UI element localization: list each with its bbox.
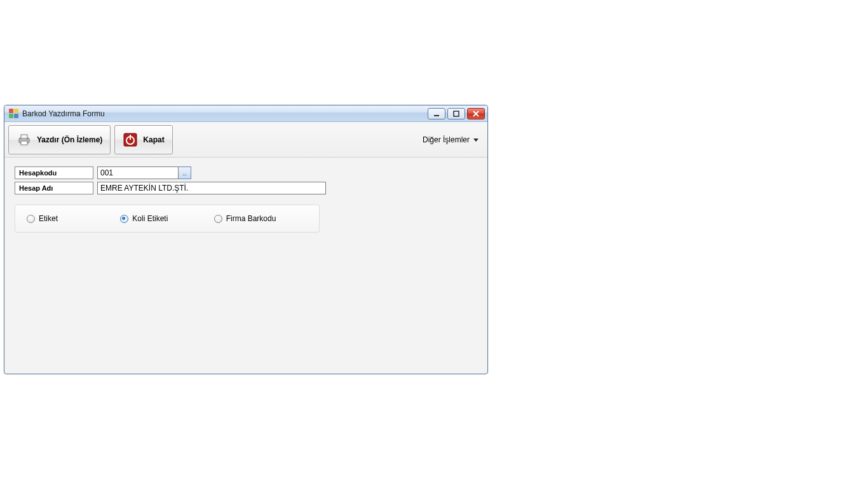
toolbar: Yazdır (Ön İzleme) Kapat Diğer İşlemler <box>4 122 487 158</box>
hesap-adi-label: Hesap Adı <box>15 182 93 194</box>
radio-option-koli-etiketi[interactable]: Koli Etiketi <box>120 214 214 223</box>
row-hesap-adi: Hesap Adı <box>15 182 477 194</box>
chevron-down-icon <box>473 135 478 144</box>
print-preview-label: Yazdır (Ön İzleme) <box>37 135 102 144</box>
radio-etiket-label: Etiket <box>39 214 58 223</box>
minimize-icon <box>433 111 440 117</box>
svg-rect-10 <box>130 135 131 140</box>
radio-firma-barkodu[interactable] <box>214 215 222 223</box>
close-button[interactable]: Kapat <box>114 125 172 154</box>
svg-point-7 <box>27 139 28 140</box>
row-hesap-kodu: Hesapkodu .. <box>15 166 477 179</box>
more-operations-dropdown[interactable]: Diğer İşlemler <box>417 130 484 149</box>
titlebar[interactable]: Barkod Yazdırma Formu <box>4 105 487 122</box>
radio-koli-etiketi-label: Koli Etiketi <box>132 214 168 223</box>
maximize-button[interactable] <box>447 108 465 119</box>
minimize-button[interactable] <box>428 108 445 119</box>
maximize-icon <box>452 111 460 117</box>
svg-marker-11 <box>473 139 478 142</box>
radio-option-firma-barkodu[interactable]: Firma Barkodu <box>214 214 308 223</box>
hesap-kodu-lookup-button[interactable]: .. <box>179 166 191 179</box>
window-title: Barkod Yazdırma Formu <box>22 109 105 118</box>
more-operations-label: Diğer İşlemler <box>423 135 470 144</box>
hesap-adi-input[interactable] <box>97 182 326 194</box>
svg-rect-6 <box>21 141 27 145</box>
radio-etiket[interactable] <box>27 215 35 223</box>
ellipsis-icon: .. <box>182 169 186 177</box>
svg-rect-0 <box>434 115 439 116</box>
radio-koli-etiketi[interactable] <box>120 215 128 223</box>
hesap-kodu-label: Hesapkodu <box>15 166 93 179</box>
close-icon <box>472 111 480 117</box>
client-area: Hesapkodu .. Hesap Adı Etiket Koli Etike… <box>4 158 487 374</box>
svg-rect-1 <box>454 111 459 116</box>
close-window-button[interactable] <box>467 108 485 119</box>
svg-rect-5 <box>21 135 27 139</box>
app-icon <box>8 109 18 119</box>
radio-firma-barkodu-label: Firma Barkodu <box>226 214 276 223</box>
window-frame: Barkod Yazdırma Formu Yaz <box>4 105 488 374</box>
print-type-radio-group: Etiket Koli Etiketi Firma Barkodu <box>15 205 320 233</box>
printer-icon <box>17 132 32 147</box>
print-preview-button[interactable]: Yazdır (Ön İzleme) <box>8 125 111 154</box>
radio-option-etiket[interactable]: Etiket <box>27 214 120 223</box>
close-button-label: Kapat <box>143 135 164 144</box>
hesap-kodu-input[interactable] <box>97 166 179 179</box>
power-off-icon <box>123 132 138 147</box>
